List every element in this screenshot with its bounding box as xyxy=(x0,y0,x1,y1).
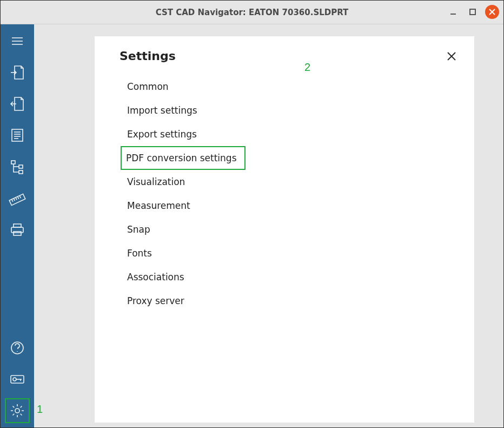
menu-button[interactable] xyxy=(5,29,30,54)
print-icon xyxy=(9,221,26,238)
svg-rect-13 xyxy=(19,165,23,168)
measure-button[interactable] xyxy=(5,186,30,210)
svg-rect-7 xyxy=(12,129,23,141)
help-icon xyxy=(9,340,25,356)
license-button[interactable] xyxy=(5,367,30,392)
settings-list: Common Import settings Export settings P… xyxy=(95,67,474,313)
svg-line-19 xyxy=(18,196,19,199)
help-button[interactable] xyxy=(5,335,30,360)
settings-item-import[interactable]: Import settings xyxy=(122,98,203,122)
settings-item-visualization[interactable]: Visualization xyxy=(122,170,190,194)
settings-icon xyxy=(9,402,26,419)
settings-item-common[interactable]: Common xyxy=(122,75,174,98)
svg-point-28 xyxy=(15,409,19,413)
sidebar xyxy=(1,24,34,427)
structure-button[interactable] xyxy=(5,154,30,179)
sidebar-bottom-group xyxy=(5,335,30,423)
minimize-icon xyxy=(449,8,457,16)
svg-rect-23 xyxy=(14,232,21,235)
window-title: CST CAD Navigator: EATON 70360.SLDPRT xyxy=(156,8,349,17)
svg-rect-12 xyxy=(11,161,15,164)
export-icon xyxy=(9,95,26,113)
content-area: Settings Common Import settings Export s… xyxy=(1,24,503,427)
settings-item-snap[interactable]: Snap xyxy=(122,218,156,241)
tree-icon xyxy=(9,159,25,175)
minimize-button[interactable] xyxy=(446,5,460,19)
svg-line-20 xyxy=(19,196,21,199)
menu-icon xyxy=(10,34,25,49)
svg-rect-14 xyxy=(19,170,23,174)
settings-item-export[interactable]: Export settings xyxy=(122,122,202,146)
measure-icon xyxy=(9,189,26,207)
properties-icon xyxy=(9,127,25,143)
import-icon xyxy=(9,64,26,81)
close-window-button[interactable] xyxy=(485,5,499,19)
settings-item-fonts[interactable]: Fonts xyxy=(122,241,157,265)
settings-panel-header: Settings xyxy=(95,36,474,67)
export-button[interactable] xyxy=(5,91,30,116)
svg-line-16 xyxy=(12,199,13,202)
properties-button[interactable] xyxy=(5,123,30,148)
settings-panel-title: Settings xyxy=(120,49,176,63)
svg-rect-1 xyxy=(470,9,475,15)
svg-point-27 xyxy=(13,378,16,381)
license-icon xyxy=(9,371,26,388)
sidebar-top-group xyxy=(5,29,30,242)
svg-line-17 xyxy=(14,199,15,201)
settings-item-proxy[interactable]: Proxy server xyxy=(122,289,190,313)
settings-item-associations[interactable]: Associations xyxy=(122,265,190,289)
app-window: CST CAD Navigator: EATON 70360.SLDPRT xyxy=(0,0,504,428)
main-area: Settings Common Import settings Export s… xyxy=(34,24,503,427)
settings-item-measurement[interactable]: Measurement xyxy=(122,194,196,218)
maximize-icon xyxy=(469,8,476,16)
svg-line-18 xyxy=(16,197,17,200)
settings-button[interactable] xyxy=(5,398,30,423)
close-icon xyxy=(489,9,495,15)
svg-rect-22 xyxy=(14,224,21,227)
settings-panel-close-button[interactable] xyxy=(445,50,458,63)
settings-panel: Settings Common Import settings Export s… xyxy=(95,36,474,423)
window-controls xyxy=(446,5,499,19)
import-button[interactable] xyxy=(5,60,30,85)
print-button[interactable] xyxy=(5,217,30,242)
settings-item-pdf-conversion[interactable]: PDF conversion settings xyxy=(121,146,246,170)
close-icon xyxy=(446,51,457,62)
titlebar: CST CAD Navigator: EATON 70360.SLDPRT xyxy=(1,1,503,24)
maximize-button[interactable] xyxy=(466,5,480,19)
